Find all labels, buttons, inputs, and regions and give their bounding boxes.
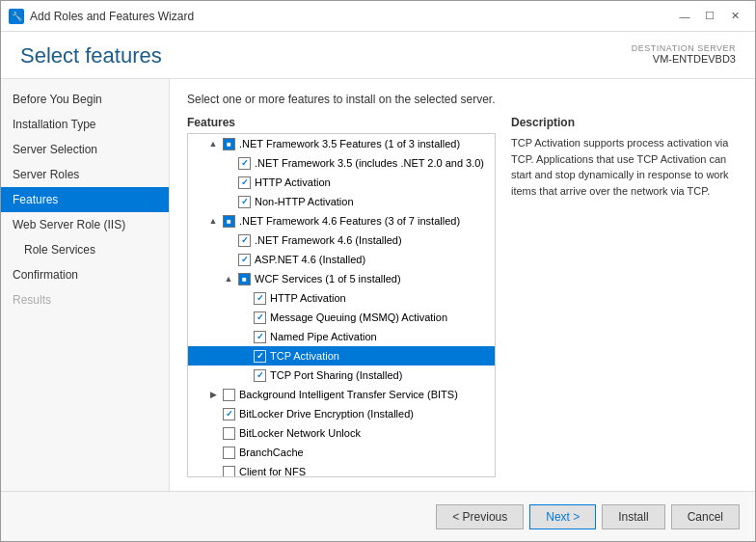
app-icon: 🔧	[9, 9, 24, 24]
checkbox-named-pipe[interactable]: ✓	[254, 331, 266, 343]
tree-item-tcp-port-sharing[interactable]: ✓ TCP Port Sharing (Installed)	[188, 366, 495, 385]
tree-item-named-pipe[interactable]: ✓ Named Pipe Activation	[188, 327, 495, 346]
label-tcp-port: TCP Port Sharing (Installed)	[270, 369, 402, 381]
label-net35: .NET Framework 3.5 Features (1 of 3 inst…	[239, 138, 460, 149]
checkbox-bits[interactable]	[223, 389, 235, 401]
expander-nonhttp	[221, 194, 236, 209]
sidebar-item-results[interactable]: Results	[1, 287, 169, 312]
footer: < Previous Next > Install Cancel	[1, 491, 755, 541]
checkbox-nonhttp[interactable]: ✓	[238, 196, 251, 208]
sidebar-item-server-selection[interactable]: Server Selection	[1, 137, 169, 162]
label-bitlocker: BitLocker Drive Encryption (Installed)	[239, 408, 414, 420]
sidebar-item-before-you-begin[interactable]: Before You Begin	[1, 87, 169, 112]
tree-item-http-activation-wcf[interactable]: ✓ HTTP Activation	[188, 288, 495, 308]
previous-button[interactable]: < Previous	[436, 504, 524, 529]
tree-item-bitlocker[interactable]: ✓ BitLocker Drive Encryption (Installed)	[188, 404, 495, 423]
checkbox-aspnet46[interactable]: ✓	[238, 254, 251, 266]
description-panel: Description TCP Activation supports proc…	[511, 116, 738, 477]
expander-net46[interactable]: ▲	[205, 213, 221, 229]
checkbox-net46[interactable]: ■	[223, 215, 235, 228]
sidebar-item-server-roles[interactable]: Server Roles	[1, 162, 169, 187]
label-client-nfs: Client for NFS	[239, 466, 306, 477]
destination-server: DESTINATION SERVER VM-ENTDEVBD3	[632, 43, 736, 65]
expander-client-nfs	[205, 464, 221, 477]
sidebar-item-features[interactable]: Features	[1, 187, 169, 212]
content-area: Before You Begin Installation Type Serve…	[1, 79, 755, 491]
minimize-button[interactable]: —	[672, 7, 697, 26]
label-http35: HTTP Activation	[255, 176, 331, 188]
checkbox-bitlocker[interactable]: ✓	[223, 408, 235, 420]
expander-net35[interactable]: ▲	[205, 136, 221, 151]
checkbox-net46-sub[interactable]: ✓	[238, 234, 251, 247]
checkbox-wcf[interactable]: ■	[238, 273, 251, 285]
description-text: TCP Activation supports process activati…	[511, 135, 738, 199]
tree-item-wcf-services[interactable]: ▲ ■ WCF Services (1 of 5 installed)	[188, 269, 495, 288]
tree-item-bitlocker-network[interactable]: BitLocker Network Unlock	[188, 423, 495, 443]
tree-item-msmq[interactable]: ✓ Message Queuing (MSMQ) Activation	[188, 308, 495, 327]
checkbox-tcp[interactable]: ✓	[254, 350, 266, 363]
title-bar-controls: — ☐ ✕	[672, 7, 747, 26]
tree-item-tcp-activation[interactable]: ✓ TCP Activation	[188, 346, 495, 366]
expander-msmq	[236, 310, 252, 325]
sidebar-item-role-services[interactable]: Role Services	[1, 237, 169, 262]
tree-item-http-activation-35[interactable]: ✓ HTTP Activation	[188, 173, 495, 192]
tree-item-aspnet46[interactable]: ✓ ASP.NET 4.6 (Installed)	[188, 250, 495, 269]
destination-server-name: VM-ENTDEVBD3	[632, 53, 736, 65]
sidebar-item-confirmation[interactable]: Confirmation	[1, 262, 169, 287]
page-title: Select features	[20, 43, 162, 68]
page-header: Select features DESTINATION SERVER VM-EN…	[1, 32, 755, 79]
label-http-wcf: HTTP Activation	[270, 292, 346, 304]
checkbox-branchcache[interactable]	[223, 447, 235, 459]
tree-item-bits[interactable]: ▶ Background Intelligent Transfer Servic…	[188, 385, 495, 404]
destination-server-label: DESTINATION SERVER	[632, 43, 736, 53]
install-button[interactable]: Install	[602, 504, 664, 529]
checkbox-tcp-port[interactable]: ✓	[254, 369, 266, 382]
label-wcf: WCF Services (1 of 5 installed)	[255, 273, 401, 285]
label-nonhttp: Non-HTTP Activation	[255, 196, 354, 207]
label-branchcache: BranchCache	[239, 447, 304, 458]
expander-net46-sub	[221, 232, 236, 248]
tree-item-net46-features[interactable]: ▲ ■ .NET Framework 4.6 Features (3 of 7 …	[188, 211, 495, 230]
cancel-button[interactable]: Cancel	[671, 504, 740, 529]
checkbox-net35[interactable]: ■	[223, 138, 235, 150]
features-tree[interactable]: ▲ ■ .NET Framework 3.5 Features (1 of 3 …	[187, 133, 496, 477]
checkbox-http-wcf[interactable]: ✓	[254, 292, 266, 305]
features-panel: Features ▲ ■ .NET Framework 3.5 Features…	[187, 116, 496, 477]
label-net46-sub: .NET Framework 4.6 (Installed)	[255, 234, 402, 246]
main-content: Select one or more features to install o…	[170, 79, 755, 491]
label-msmq: Message Queuing (MSMQ) Activation	[270, 312, 447, 323]
tree-item-nonhttp-activation[interactable]: ✓ Non-HTTP Activation	[188, 192, 495, 211]
tree-item-net35-features[interactable]: ▲ ■ .NET Framework 3.5 Features (1 of 3 …	[188, 134, 495, 153]
sidebar-item-web-server[interactable]: Web Server Role (IIS)	[1, 212, 169, 237]
expander-bitlocker	[205, 406, 221, 421]
expander-branchcache	[205, 445, 221, 460]
title-bar-left: 🔧 Add Roles and Features Wizard	[9, 9, 194, 24]
close-button[interactable]: ✕	[722, 7, 747, 26]
maximize-button[interactable]: ☐	[697, 7, 722, 26]
expander-named-pipe	[236, 329, 252, 344]
label-named-pipe: Named Pipe Activation	[270, 331, 377, 342]
label-bits: Background Intelligent Transfer Service …	[239, 389, 458, 400]
expander-tcp	[236, 348, 252, 364]
expander-bits[interactable]: ▶	[205, 387, 221, 402]
expander-wcf[interactable]: ▲	[221, 271, 236, 286]
checkbox-net35-sub[interactable]: ✓	[238, 157, 251, 170]
next-button[interactable]: Next >	[529, 504, 596, 529]
label-aspnet46: ASP.NET 4.6 (Installed)	[255, 254, 365, 265]
sidebar-item-installation-type[interactable]: Installation Type	[1, 112, 169, 137]
tree-item-net35[interactable]: ✓ .NET Framework 3.5 (includes .NET 2.0 …	[188, 153, 495, 173]
checkbox-msmq[interactable]: ✓	[254, 312, 266, 324]
description-title: Description	[511, 116, 738, 129]
expander-net35-sub	[221, 155, 236, 171]
checkbox-client-nfs[interactable]	[223, 466, 235, 478]
checkbox-http35[interactable]: ✓	[238, 176, 251, 189]
tree-item-branchcache[interactable]: BranchCache	[188, 443, 495, 462]
expander-http35	[221, 175, 236, 190]
checkbox-bitlocker-net[interactable]	[223, 427, 235, 440]
expander-http-wcf	[236, 290, 252, 306]
tree-item-client-nfs[interactable]: Client for NFS	[188, 462, 495, 477]
features-panel-title: Features	[187, 116, 496, 129]
label-net46: .NET Framework 4.6 Features (3 of 7 inst…	[239, 215, 460, 227]
tree-item-net46[interactable]: ✓ .NET Framework 4.6 (Installed)	[188, 230, 495, 250]
title-bar-title: Add Roles and Features Wizard	[30, 10, 194, 23]
